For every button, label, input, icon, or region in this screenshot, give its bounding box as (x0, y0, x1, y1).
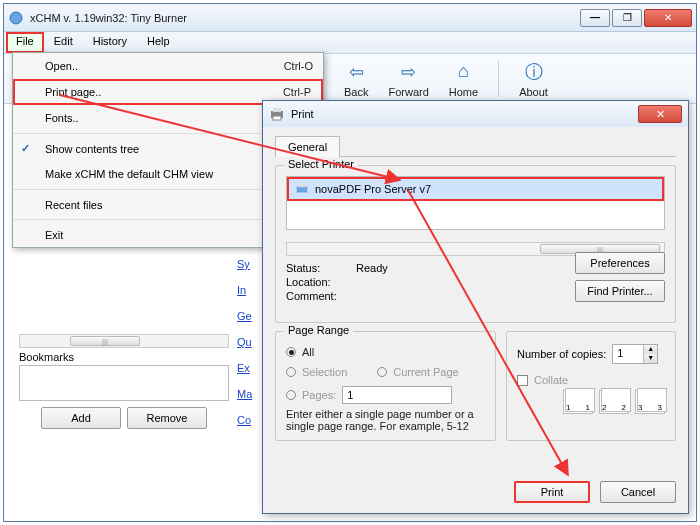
find-printer-button[interactable]: Find Printer... (575, 280, 665, 302)
copies-label: Number of copies: (517, 348, 606, 360)
location-label: Location: (286, 276, 356, 288)
toolbar-back-label: Back (344, 86, 368, 98)
content-links: Fe Sy In Ge Qu Ex Ma Co (237, 232, 252, 426)
copies-spinner[interactable]: 1 ▲▼ (612, 344, 658, 364)
remove-bookmark-button[interactable]: Remove (127, 407, 207, 429)
preferences-button[interactable]: Preferences (575, 252, 665, 274)
content-link[interactable]: Ex (237, 362, 252, 374)
toolbar-home-label: Home (449, 86, 478, 98)
app-icon (8, 10, 24, 26)
svg-rect-2 (273, 108, 281, 112)
radio-current-page: Current Page (377, 366, 458, 378)
content-link[interactable]: Sy (237, 258, 252, 270)
pages-input[interactable] (342, 386, 452, 404)
window-title: xCHM v. 1.19win32: Tiny Burner (30, 12, 580, 24)
content-link[interactable]: Ge (237, 310, 252, 322)
print-dialog: Print General Select Printer novaPDF Pro… (262, 100, 689, 514)
printer-list[interactable]: novaPDF Pro Server v7 (286, 176, 665, 230)
svg-point-0 (10, 12, 22, 24)
toolbar-forward-label: Forward (388, 86, 428, 98)
printer-name: novaPDF Pro Server v7 (315, 183, 431, 195)
content-link[interactable]: Co (237, 414, 252, 426)
bookmarks-label: Bookmarks (19, 351, 229, 363)
toolbar-back[interactable]: ⇦ Back (344, 60, 368, 98)
radio-icon (286, 367, 296, 377)
svg-rect-5 (299, 184, 306, 188)
radio-icon (377, 367, 387, 377)
bookmarks-dropdown[interactable] (19, 365, 229, 401)
svg-rect-3 (273, 116, 281, 120)
arrow-right-icon: ⇨ (397, 60, 421, 84)
menu-item-open[interactable]: Open.. Ctrl-O (13, 53, 323, 79)
printer-icon (269, 106, 285, 122)
sidebar-scrollbar[interactable]: ||| (19, 334, 229, 348)
titlebar: xCHM v. 1.19win32: Tiny Burner (4, 4, 696, 32)
menu-help[interactable]: Help (137, 32, 180, 53)
content-link[interactable]: In (237, 284, 252, 296)
print-button[interactable]: Print (514, 481, 590, 503)
content-link[interactable]: Qu (237, 336, 252, 348)
print-dialog-close-button[interactable] (638, 105, 682, 123)
page-range-hint: Enter either a single page number or a s… (286, 408, 485, 432)
radio-all[interactable]: All (286, 346, 485, 358)
sidebar: ||| Bookmarks Add Remove (19, 334, 229, 429)
printer-item-selected[interactable]: novaPDF Pro Server v7 (287, 177, 664, 201)
toolbar-about-label: About (519, 86, 548, 98)
collate-checkbox: Collate (517, 374, 665, 386)
printer-icon (295, 182, 309, 196)
add-bookmark-button[interactable]: Add (41, 407, 121, 429)
menu-history[interactable]: History (83, 32, 137, 53)
content-link[interactable]: Ma (237, 388, 252, 400)
radio-pages[interactable]: Pages: (286, 386, 485, 404)
copies-value: 1 (613, 345, 643, 363)
minimize-button[interactable] (580, 9, 610, 27)
status-label: Status: (286, 262, 356, 274)
home-icon: ⌂ (451, 60, 475, 84)
close-button[interactable] (644, 9, 692, 27)
radio-selection: Selection (286, 366, 347, 378)
radio-icon (286, 390, 296, 400)
radio-icon (286, 347, 296, 357)
comment-label: Comment: (286, 290, 356, 302)
tab-general[interactable]: General (275, 136, 340, 157)
toolbar-forward[interactable]: ⇨ Forward (388, 60, 428, 98)
page-range-group: Page Range All Selection Current Page Pa… (275, 331, 496, 441)
copies-group: Number of copies: 1 ▲▼ Collate 11 22 33 (506, 331, 676, 441)
checkbox-icon (517, 375, 528, 386)
page-range-legend: Page Range (284, 324, 353, 336)
print-tabs: General (275, 135, 676, 157)
arrow-left-icon: ⇦ (344, 60, 368, 84)
print-dialog-title: Print (291, 108, 638, 120)
check-icon: ✓ (21, 142, 30, 155)
menu-edit[interactable]: Edit (44, 32, 83, 53)
cancel-button[interactable]: Cancel (600, 481, 676, 503)
collate-illustration: 11 22 33 (517, 390, 665, 414)
spinner-down-icon[interactable]: ▼ (643, 354, 657, 363)
select-printer-legend: Select Printer (284, 158, 358, 170)
maximize-button[interactable] (612, 9, 642, 27)
toolbar-home[interactable]: ⌂ Home (449, 60, 478, 98)
menubar: File Edit History Help (4, 32, 696, 54)
svg-rect-4 (297, 186, 308, 192)
menu-file[interactable]: File (6, 32, 44, 53)
toolbar-about[interactable]: ⓘ About (519, 60, 548, 98)
select-printer-group: Select Printer novaPDF Pro Server v7 |||… (275, 165, 676, 323)
print-dialog-titlebar: Print (263, 101, 688, 127)
spinner-up-icon[interactable]: ▲ (643, 345, 657, 354)
info-icon: ⓘ (522, 60, 546, 84)
